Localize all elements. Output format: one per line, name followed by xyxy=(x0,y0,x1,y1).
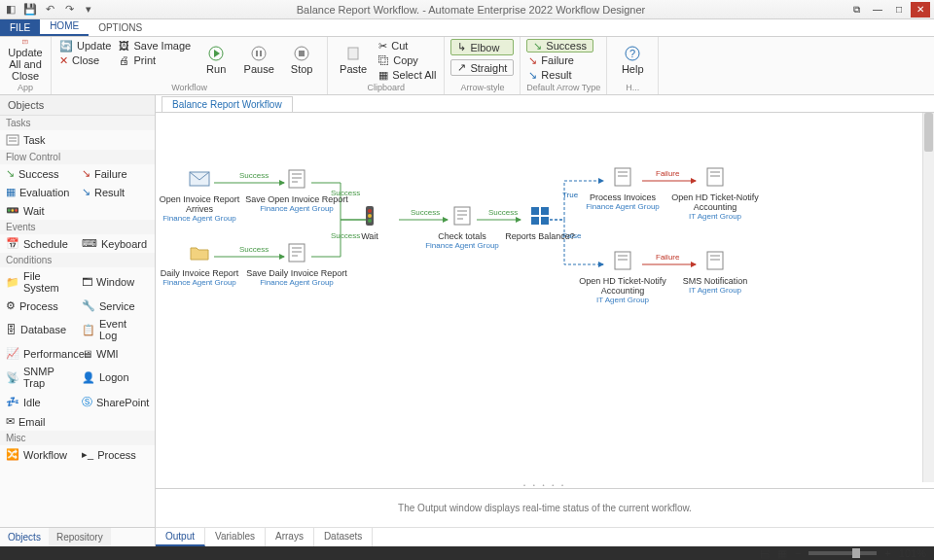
item-evaluation[interactable]: ▦Evaluation xyxy=(0,183,76,201)
zoom-out-button[interactable]: − xyxy=(795,547,801,559)
tab-file[interactable]: FILE xyxy=(0,19,40,36)
failure-icon: ↘ xyxy=(82,167,90,180)
save-image-button[interactable]: 🖼Save Image xyxy=(117,39,193,52)
item-performance[interactable]: 📈Performance xyxy=(0,344,76,363)
close-icon: ✕ xyxy=(59,54,68,67)
svg-point-15 xyxy=(368,219,372,223)
node-wait[interactable]: Wait xyxy=(331,204,409,241)
item-sharepoint[interactable]: ⓈSharePoint xyxy=(76,392,152,412)
item-database[interactable]: 🗄Database xyxy=(0,315,76,344)
print-button[interactable]: 🖨Print xyxy=(117,53,193,67)
item-success[interactable]: ↘Success xyxy=(0,164,76,183)
close-wf-button[interactable]: ✕Close xyxy=(57,53,113,67)
item-wait[interactable]: 🚥Wait xyxy=(0,201,155,220)
item-task[interactable]: Task xyxy=(0,130,155,150)
objects-sidebar: Objects Tasks Task Flow Control ↘Success… xyxy=(0,95,156,546)
item-schedule[interactable]: 📅Schedule xyxy=(0,234,76,253)
sidebar-tab-repository[interactable]: Repository xyxy=(49,528,111,546)
tab-home[interactable]: HOME xyxy=(40,18,89,36)
node-process-invoices[interactable]: Process InvoicesFinance Agent Group xyxy=(569,165,676,211)
zoom-thumb[interactable] xyxy=(852,548,860,558)
quick-access-toolbar: ◧ 💾 ↶ ↷ ▾ xyxy=(4,3,95,17)
node-daily-invoice[interactable]: Daily Invoice ReportFinance Agent Group xyxy=(156,241,253,287)
item-snmp[interactable]: 📡SNMP Trap xyxy=(0,363,76,392)
tab-options[interactable]: OPTIONS xyxy=(89,19,152,36)
svg-rect-23 xyxy=(615,252,630,269)
node-open-hd-accounting-2[interactable]: Open HD Ticket-Notify AccountingIT Agent… xyxy=(569,249,676,304)
item-filesystem[interactable]: 📁File System xyxy=(0,267,76,297)
svg-rect-17 xyxy=(531,207,539,215)
popout-button[interactable]: ⧉ xyxy=(846,2,866,18)
paste-button[interactable]: Paste xyxy=(334,39,373,82)
svg-rect-16 xyxy=(454,207,470,225)
straight-button[interactable]: ↗Straight xyxy=(450,59,514,76)
node-sms-notification[interactable]: SMS NotificationIT Agent Group xyxy=(662,249,769,295)
save-icon[interactable]: 💾 xyxy=(23,3,37,17)
item-logon[interactable]: 👤Logon xyxy=(76,363,152,392)
item-service[interactable]: 🔧Service xyxy=(76,297,152,315)
arrow-failure-button[interactable]: ↘Failure xyxy=(526,53,593,67)
view-icon-2[interactable]: ▦ xyxy=(777,547,787,560)
success-icon: ↘ xyxy=(6,167,15,180)
group-arrow-label: Arrow-style xyxy=(450,83,514,94)
item-workflow[interactable]: 🔀Workflow xyxy=(0,445,76,464)
svg-text:?: ? xyxy=(629,48,635,59)
copy-button[interactable]: ⿻Copy xyxy=(377,53,438,67)
arrow-success-button[interactable]: ↘Success xyxy=(526,39,593,52)
section-flow: Flow Control xyxy=(0,150,155,164)
run-button[interactable]: Run xyxy=(197,39,235,82)
maximize-button[interactable]: □ xyxy=(889,2,909,18)
pause-button[interactable]: Pause xyxy=(239,39,278,82)
item-window[interactable]: 🗔Window xyxy=(76,267,152,297)
help-button[interactable]: ?Help xyxy=(613,39,652,82)
item-email[interactable]: ✉Email xyxy=(0,412,155,431)
close-button[interactable]: ✕ xyxy=(911,2,930,18)
cut-button[interactable]: ✂Cut xyxy=(377,39,438,52)
database-icon: 🗄 xyxy=(6,324,17,335)
select-all-button[interactable]: ▦Select All xyxy=(377,68,438,82)
item-failure[interactable]: ↘Failure xyxy=(76,164,152,183)
undo-icon[interactable]: ↶ xyxy=(43,3,56,17)
item-idle[interactable]: 💤Idle xyxy=(0,392,76,412)
elbow-button[interactable]: ↳Elbow xyxy=(450,39,514,55)
item-process-m[interactable]: ▸_Process xyxy=(76,445,152,464)
schedule-icon: 📅 xyxy=(6,237,19,250)
update-button[interactable]: 🔄Update xyxy=(57,39,113,52)
item-process[interactable]: ⚙Process xyxy=(0,297,76,315)
window-controls: ⧉ — □ ✕ xyxy=(846,2,930,18)
output-tab-arrays[interactable]: Arrays xyxy=(266,528,314,546)
minimize-button[interactable]: — xyxy=(868,2,887,18)
stop-icon xyxy=(294,46,309,61)
menu-tabs: FILE HOME OPTIONS xyxy=(0,19,934,37)
vertical-scrollbar[interactable] xyxy=(922,113,934,482)
workflow-canvas[interactable]: Success Success Success Success Success … xyxy=(156,113,934,482)
redo-icon[interactable]: ↷ xyxy=(62,3,76,17)
stop-button[interactable]: Stop xyxy=(282,39,321,82)
zoom-in-button[interactable]: + xyxy=(884,547,890,559)
arrow-result-button[interactable]: ↘Result xyxy=(526,68,593,82)
item-keyboard[interactable]: ⌨Keyboard xyxy=(76,234,152,253)
node-open-hd-accounting-1[interactable]: Open HD Ticket-Notify AccountingIT Agent… xyxy=(662,165,769,221)
output-tab-output[interactable]: Output xyxy=(156,528,205,546)
group-clipboard-label: Clipboard xyxy=(334,83,438,94)
node-open-invoice-arrives[interactable]: Open Invoice Report ArrivesFinance Agent… xyxy=(156,167,253,223)
item-result[interactable]: ↘Result xyxy=(76,183,152,201)
view-icon-1[interactable]: ▤ xyxy=(760,547,770,560)
node-save-daily-invoice[interactable]: Save Daily Invoice ReportFinance Agent G… xyxy=(243,241,350,287)
item-eventlog[interactable]: 📋Event Log xyxy=(76,315,152,344)
canvas-tab-active[interactable]: Balance Report Workflow xyxy=(162,96,293,112)
sidebar-tab-objects[interactable]: Objects xyxy=(0,528,49,546)
window-title: Balance Report Workflow. - Automate Ente… xyxy=(95,4,846,16)
zoom-slider[interactable] xyxy=(808,551,877,555)
qat-dropdown-icon[interactable]: ▾ xyxy=(82,3,95,17)
canvas-area: Balance Report Workflow Succ xyxy=(156,95,934,546)
item-wmi[interactable]: 🖥WMI xyxy=(76,344,152,363)
update-all-button[interactable]: Update All and Close xyxy=(6,39,45,82)
arrow-icon: ↘ xyxy=(533,40,542,52)
output-tab-datasets[interactable]: Datasets xyxy=(314,528,373,546)
update-all-label: Update All and Close xyxy=(6,47,45,82)
output-tab-variables[interactable]: Variables xyxy=(205,528,266,546)
scroll-thumb[interactable] xyxy=(924,113,933,152)
paste-icon xyxy=(345,46,361,61)
svg-point-13 xyxy=(368,209,372,213)
